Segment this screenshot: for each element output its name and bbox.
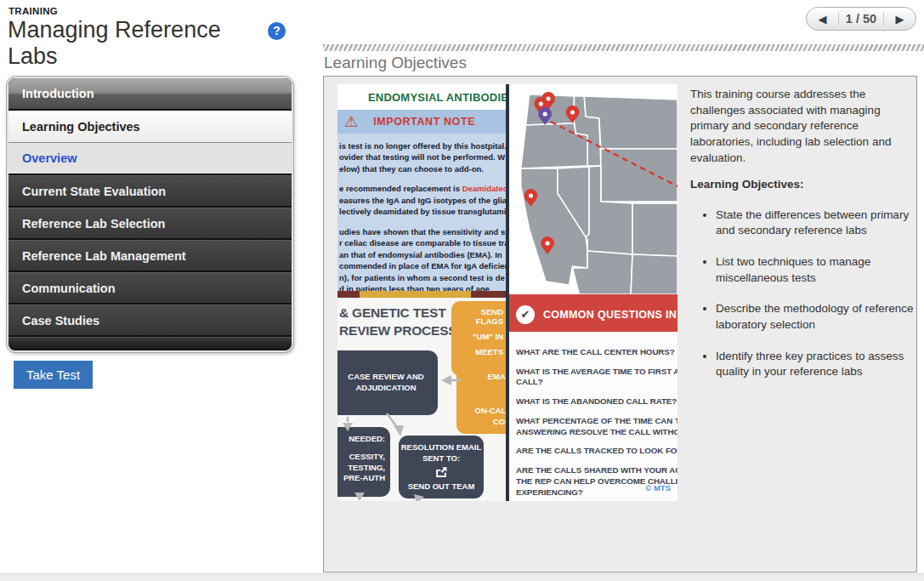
question-item: WHAT PERCENTAGE OF THE TIME CAN T ANSWER…: [516, 416, 677, 437]
nav-item-label: Learning Objectives: [22, 120, 140, 134]
objective-item: Identify three key practices to assess q…: [716, 349, 914, 380]
flowchart-arrows: [337, 298, 506, 501]
question-item: ARE THE CALLS SHARED WITH YOUR AC THE RE…: [516, 465, 677, 498]
objective-item: List two techniques to manage miscellane…: [716, 254, 914, 286]
document-body-text: is test is no longer offered by this hos…: [337, 134, 506, 291]
warning-triangle-icon: ⚠: [344, 114, 358, 129]
nav-footer-bar: [9, 337, 292, 350]
course-title: Managing Reference Labs: [8, 17, 237, 71]
nav-item-overview[interactable]: Overview: [9, 143, 292, 175]
nav-item-label: Communication: [22, 282, 116, 295]
page-counter: 1 / 50: [839, 12, 883, 26]
slide-text-column: This training course addresses the chall…: [690, 87, 914, 396]
nav-item-learning-objectives[interactable]: Learning Objectives: [9, 111, 292, 143]
nav-item-label: Current State Evaluation: [22, 185, 166, 198]
question-item: WHAT IS THE AVERAGE TIME TO FIRST A CALL…: [516, 367, 677, 388]
hatched-divider: [323, 44, 924, 51]
mts-credit: © MTS: [645, 483, 671, 493]
nav-item-current-state-evaluation[interactable]: Current State Evaluation: [9, 175, 292, 208]
nav-item-case-studies[interactable]: Case Studies: [9, 305, 292, 337]
nav-item-communication[interactable]: Communication: [9, 272, 292, 305]
nav-item-label: Reference Lab Management: [22, 249, 186, 263]
document-header: ENDOMYSIAL ANTIBODIE: [337, 84, 506, 110]
objective-item: State the differences between primary an…: [716, 208, 914, 239]
common-questions-header: ✔ COMMON QUESTIONS IN: [509, 298, 677, 332]
training-app: TRAINING Managing Reference Labs ? Intro…: [0, 0, 924, 581]
document-footer-strip: [337, 291, 506, 298]
bottom-divider-bar: [0, 573, 924, 581]
nav-item-introduction[interactable]: Introduction: [9, 78, 292, 111]
objectives-heading: Learning Objectives:: [690, 177, 914, 193]
collage-flowchart-image: & GENETIC TEST REVIEW PROCESS SEND FLAGS…: [337, 298, 506, 501]
questions-list: WHAT ARE THE CALL CENTER HOURS? WHAT IS …: [516, 347, 677, 501]
question-item: WHAT ARE THE CALL CENTER HOURS?: [516, 347, 677, 358]
common-questions-title: COMMON QUESTIONS IN: [543, 309, 677, 321]
important-note-banner: ⚠ IMPORTANT NOTE: [337, 110, 506, 134]
intro-paragraph: This training course addresses the chall…: [690, 87, 914, 166]
important-note-label: IMPORTANT NOTE: [373, 116, 475, 128]
question-item: WHAT IS THE ABANDONED CALL RATE?: [516, 396, 677, 407]
nav-item-label: Introduction: [22, 87, 94, 100]
nav-item-label: Overview: [22, 151, 77, 165]
page-title: Learning Objectives: [324, 54, 467, 72]
check-circle-icon: ✔: [516, 305, 535, 324]
next-page-button[interactable]: ▶: [884, 13, 915, 26]
question-item: ARE THE CALLS TRACKED TO LOOK FOR: [516, 446, 677, 457]
nav-item-label: Reference Lab Selection: [22, 217, 165, 231]
collage-map-image: [506, 84, 677, 298]
nav-item-reference-lab-management[interactable]: Reference Lab Management: [9, 240, 292, 272]
prev-page-button[interactable]: ◀: [807, 13, 838, 26]
collage-questions-image: ✔ COMMON QUESTIONS IN WHAT ARE THE CALL …: [506, 298, 677, 501]
objectives-list: State the differences between primary an…: [716, 208, 914, 380]
course-nav: Introduction Learning Objectives Overvie…: [7, 77, 293, 352]
nav-item-reference-lab-selection[interactable]: Reference Lab Selection: [9, 208, 292, 240]
training-eyebrow: TRAINING: [9, 6, 58, 16]
us-west-map: [509, 84, 677, 294]
page-navigator: ◀ 1 / 50 ▶: [806, 7, 916, 31]
nav-item-label: Case Studies: [22, 314, 99, 328]
help-icon[interactable]: ?: [268, 22, 286, 40]
collage-document-image: ENDOMYSIAL ANTIBODIE ⚠ IMPORTANT NOTE is…: [337, 84, 506, 298]
take-test-button[interactable]: Take Test: [14, 361, 93, 389]
highlighted-term: Deamidated: [462, 184, 506, 193]
objective-item: Describe the methodology of reference la…: [716, 301, 914, 333]
document-title: ENDOMYSIAL ANTIBODIE: [337, 91, 506, 104]
